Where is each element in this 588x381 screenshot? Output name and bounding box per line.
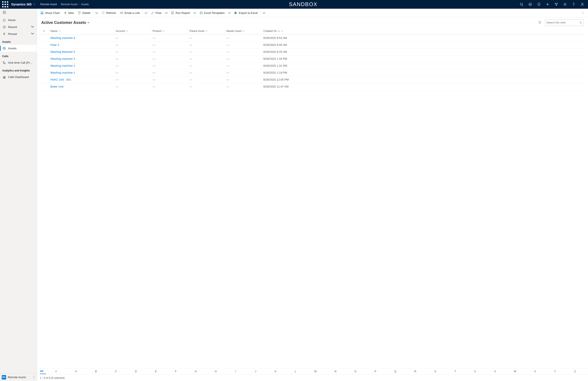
- delete-split-chevron[interactable]: [94, 10, 100, 17]
- cell-name[interactable]: Washing machine 3: [49, 55, 114, 62]
- app-name[interactable]: Remote Assist: [38, 3, 59, 6]
- app-switcher[interactable]: RA Remote Assist: [0, 373, 37, 381]
- row-select[interactable]: [39, 35, 49, 42]
- refresh-button[interactable]: Refresh: [100, 10, 118, 17]
- lightbulb-icon[interactable]: [535, 0, 543, 9]
- alpha-u[interactable]: U: [465, 369, 485, 374]
- column-header-product[interactable]: Product: [151, 28, 188, 35]
- cell-name[interactable]: Washing Machine 5: [49, 48, 114, 55]
- search-input[interactable]: [546, 21, 579, 24]
- filter-button[interactable]: [537, 20, 543, 26]
- alpha-k[interactable]: K: [266, 369, 286, 374]
- row-select[interactable]: [39, 83, 49, 90]
- add-icon[interactable]: [544, 0, 551, 9]
- table-row[interactable]: Boiler Unit------------9/28/2020 11:47 A…: [39, 83, 586, 90]
- alpha-j[interactable]: J: [246, 369, 266, 374]
- flow-button[interactable]: Flow: [149, 10, 163, 17]
- alpha-p[interactable]: P: [365, 369, 385, 374]
- alpha-i[interactable]: I: [226, 369, 246, 374]
- alpha-z[interactable]: Z: [565, 369, 585, 374]
- alpha-t[interactable]: T: [445, 369, 465, 374]
- alpha-m[interactable]: M: [306, 369, 326, 374]
- alpha-all[interactable]: All: [40, 369, 46, 374]
- search-icon[interactable]: [518, 0, 525, 9]
- filter-icon[interactable]: [552, 0, 560, 9]
- more-commands-button[interactable]: [580, 10, 586, 17]
- alpha-x[interactable]: X: [525, 369, 545, 374]
- table-row[interactable]: Washing machine 3------------9/28/2020 1…: [39, 55, 586, 62]
- breadcrumb-root[interactable]: Remote Assist: [61, 3, 78, 6]
- app-launcher-icon[interactable]: [2, 1, 9, 8]
- table-row[interactable]: HVAC Unit - 001------------9/28/2020 12:…: [39, 76, 586, 83]
- cell-name[interactable]: Hvac 2: [49, 42, 114, 48]
- alpha-g[interactable]: G: [186, 369, 206, 374]
- task-icon[interactable]: [526, 0, 534, 9]
- alpha-o[interactable]: O: [345, 369, 365, 374]
- table-row[interactable]: Washing machine 1------------9/28/2020 1…: [39, 69, 586, 76]
- new-button[interactable]: New: [62, 10, 76, 17]
- row-select[interactable]: [39, 55, 49, 62]
- sidebar-item-pinned[interactable]: Pinned: [0, 30, 37, 37]
- delete-button[interactable]: Delete: [76, 10, 92, 17]
- sidebar-item-calls-dashboard[interactable]: Calls Dashboard: [0, 73, 37, 80]
- sidebar-item-onetime-call[interactable]: One-time Call (Previ...: [0, 59, 37, 66]
- alpha-d[interactable]: D: [126, 369, 146, 374]
- alpha-a[interactable]: A: [66, 369, 86, 374]
- export-excel-button[interactable]: Export to Excel: [232, 10, 259, 17]
- row-select[interactable]: [39, 69, 49, 76]
- sidebar-item-recent[interactable]: Recent: [0, 23, 37, 30]
- column-header-created-on[interactable]: Created On: [262, 28, 586, 35]
- search-box[interactable]: [545, 19, 584, 26]
- run-report-chevron[interactable]: [192, 10, 197, 17]
- view-selector[interactable]: Active Customer Assets: [41, 21, 89, 25]
- alpha-n[interactable]: N: [325, 369, 345, 374]
- excel-templates-chevron[interactable]: [227, 10, 232, 17]
- alpha-w[interactable]: W: [505, 369, 525, 374]
- show-chart-button[interactable]: Show Chart: [39, 10, 62, 17]
- row-select[interactable]: [39, 76, 49, 83]
- alpha-y[interactable]: Y: [545, 369, 565, 374]
- help-icon[interactable]: [570, 0, 578, 9]
- column-header-master-asset[interactable]: Master Asset: [225, 28, 262, 35]
- email-link-button[interactable]: Email a Link: [118, 10, 142, 17]
- export-split-chevron[interactable]: [262, 10, 267, 17]
- column-header-name[interactable]: Name: [49, 28, 114, 35]
- brand-label[interactable]: Dynamics 365: [10, 3, 36, 6]
- column-header-parent-asset[interactable]: Parent Asset: [188, 28, 225, 35]
- row-select[interactable]: [39, 62, 49, 69]
- table-row[interactable]: Washing machine 2------------9/28/2020 1…: [39, 62, 586, 69]
- sidebar-item-home[interactable]: Home: [0, 17, 37, 23]
- alpha-l[interactable]: L: [286, 369, 306, 374]
- sidebar-item-assets[interactable]: Assets: [0, 45, 37, 52]
- alpha-b[interactable]: B: [86, 369, 106, 374]
- run-report-button[interactable]: Run Report: [169, 10, 191, 17]
- alpha-f[interactable]: F: [166, 369, 186, 374]
- alpha-c[interactable]: C: [106, 369, 126, 374]
- breadcrumb-current[interactable]: Assets: [81, 3, 89, 6]
- column-header-account[interactable]: Account: [114, 28, 151, 35]
- table-row[interactable]: Washing machine 4------------9/29/2020 9…: [39, 35, 586, 42]
- table-row[interactable]: Hvac 2------------9/29/2020 9:45 AM: [39, 42, 586, 48]
- alpha-s[interactable]: S: [425, 369, 445, 374]
- excel-templates-button[interactable]: Excel Templates: [198, 10, 226, 17]
- select-all-header[interactable]: [39, 28, 49, 35]
- email-split-chevron[interactable]: [144, 10, 149, 17]
- table-row[interactable]: Washing Machine 5------------9/29/2020 8…: [39, 48, 586, 55]
- flow-chevron[interactable]: [164, 10, 169, 17]
- alpha-r[interactable]: R: [405, 369, 425, 374]
- row-select[interactable]: [39, 42, 49, 48]
- cell-name[interactable]: Boiler Unit: [49, 83, 114, 90]
- cell-name[interactable]: Washing machine 1: [49, 69, 114, 76]
- gear-icon[interactable]: [561, 0, 569, 9]
- cell-name[interactable]: Washing machine 4: [49, 35, 114, 42]
- alpha-q[interactable]: Q: [385, 369, 405, 374]
- cell-name[interactable]: HVAC Unit - 001: [49, 76, 114, 83]
- alpha-h[interactable]: H: [206, 369, 226, 374]
- alpha-v[interactable]: V: [485, 369, 505, 374]
- alpha-#[interactable]: #: [46, 369, 66, 374]
- row-select[interactable]: [39, 48, 49, 55]
- user-icon[interactable]: [578, 0, 586, 9]
- cell-name[interactable]: Washing machine 2: [49, 62, 114, 69]
- alpha-e[interactable]: E: [146, 369, 166, 374]
- hamburger-icon[interactable]: [3, 11, 6, 15]
